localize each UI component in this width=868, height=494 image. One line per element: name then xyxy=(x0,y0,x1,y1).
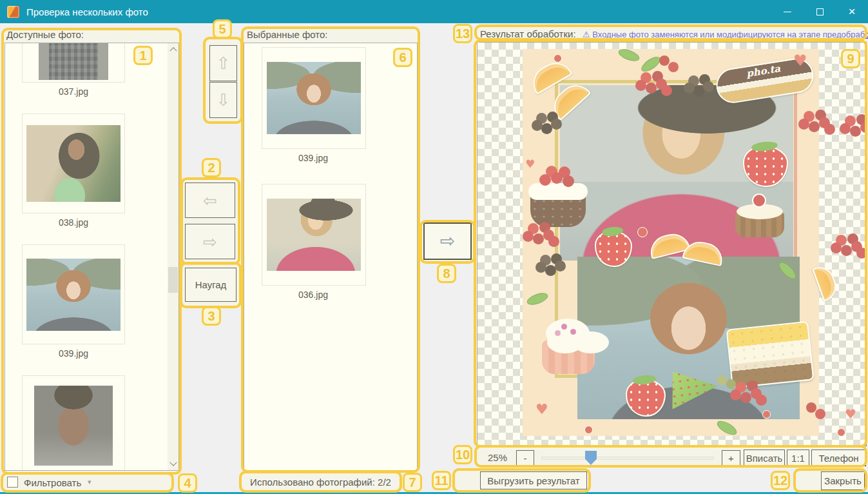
annotation-label-8: 8 xyxy=(437,264,456,283)
actual-size-button[interactable]: 1:1 xyxy=(787,450,809,466)
right-arrow-icon: ⇨ xyxy=(203,233,217,250)
photo-thumbnail xyxy=(34,386,113,466)
berry-cluster-doodle xyxy=(831,242,842,253)
used-photos-status: Использовано фотографий: 2/2 xyxy=(239,477,402,488)
orange-slice-doodle xyxy=(812,263,840,302)
move-up-button[interactable]: ⇧ xyxy=(209,45,237,81)
move-right-button[interactable]: ⇨ xyxy=(185,224,235,259)
close-button[interactable]: × xyxy=(836,0,868,23)
list-item[interactable] xyxy=(22,114,125,213)
chocolate-cluster-doodle xyxy=(532,120,543,131)
heart-doodle: ♥ xyxy=(845,408,856,420)
cherry-doodle xyxy=(637,227,648,237)
annotation-label-11: 11 xyxy=(432,471,451,490)
cherry-doodle xyxy=(806,402,816,413)
scrollbar[interactable] xyxy=(168,43,178,470)
available-photos-inner: 037.jpg 038.jpg 039.jpg xyxy=(22,43,128,471)
app-icon xyxy=(7,6,19,18)
blackberry-cluster-doodle xyxy=(684,83,695,94)
result-preview-canvas[interactable]: pho.ta ♥ ♥ ♥ xyxy=(477,42,867,446)
photo-caption: 039.jpg xyxy=(262,153,365,163)
photo-thumbnail xyxy=(39,43,108,80)
maximize-button[interactable] xyxy=(804,0,836,23)
scrollbar-thumb[interactable] xyxy=(168,267,178,293)
zoom-percent-label: 25% xyxy=(488,452,507,463)
filter-checkbox[interactable] xyxy=(7,477,18,488)
photo-caption: 037.jpg xyxy=(22,86,125,97)
berry-cluster-doodle xyxy=(798,119,809,130)
annotation-label-12: 12 xyxy=(771,471,790,490)
filter-label: Фильтровать xyxy=(24,477,81,488)
leaf-doodle xyxy=(617,47,641,64)
cheesecake-doodle xyxy=(726,321,815,389)
leaf-doodle xyxy=(715,419,739,438)
berry-cluster-doodle xyxy=(523,231,534,242)
move-down-button[interactable]: ⇩ xyxy=(209,82,237,118)
random-button[interactable]: Наугад xyxy=(185,268,236,302)
berry-cluster-doodle xyxy=(730,390,741,400)
cherry-tart-doodle xyxy=(735,212,784,237)
export-result-button[interactable]: Выгрузить результат xyxy=(480,471,587,489)
annotation-label-3: 3 xyxy=(202,306,221,326)
zoom-slider-track[interactable] xyxy=(541,457,714,460)
photo-caption: 039.jpg xyxy=(22,348,125,359)
result-image: pho.ta ♥ ♥ ♥ xyxy=(523,49,819,436)
preprocessing-warning-link[interactable]: ⚠ Входные фото заменяются или модифициру… xyxy=(583,30,868,39)
selected-photos-list[interactable]: 039.jpg 036.jpg xyxy=(244,43,418,471)
maximize-icon xyxy=(816,8,824,15)
berry-doodle xyxy=(584,426,593,434)
annotation-label-10: 10 xyxy=(453,445,472,464)
photo-thumbnail xyxy=(26,259,121,331)
photo-caption: 036.jpg xyxy=(262,290,365,300)
chocolate-cupcake-doodle xyxy=(530,190,586,227)
zoom-slider-thumb[interactable] xyxy=(585,451,597,465)
photo-thumbnail xyxy=(267,62,361,134)
berry-doodle xyxy=(837,428,845,437)
zoom-out-button[interactable]: - xyxy=(516,450,534,466)
down-arrow-icon: ⇩ xyxy=(217,92,231,108)
phone-preview-button[interactable]: Телефон xyxy=(811,450,866,466)
annotation-label-2: 2 xyxy=(202,158,221,177)
move-left-button[interactable]: ⇦ xyxy=(185,183,235,218)
photo-caption: 038.jpg xyxy=(22,217,125,228)
up-arrow-icon: ⇧ xyxy=(217,55,231,72)
berry-doodle xyxy=(554,54,562,63)
leaf-doodle xyxy=(639,54,662,75)
left-arrow-icon: ⇦ xyxy=(203,192,217,209)
selected-photos-inner: 039.jpg 036.jpg xyxy=(262,43,367,321)
fit-button[interactable]: Вписать xyxy=(744,450,785,466)
berry-doodle xyxy=(762,410,771,419)
photo-thumbnail xyxy=(267,199,361,271)
titlebar: Проверка нескольких фото × xyxy=(0,0,868,23)
annotation-label-4: 4 xyxy=(178,473,197,493)
chevron-down-icon xyxy=(169,459,177,466)
pink-cupcake-doodle xyxy=(542,341,595,374)
minimize-button[interactable] xyxy=(771,0,804,23)
available-photos-list[interactable]: 037.jpg 038.jpg 039.jpg xyxy=(5,43,179,471)
window: Проверка нескольких фото × Доступные фот… xyxy=(0,0,868,494)
scroll-down-icon[interactable] xyxy=(168,459,178,470)
olive-doodle xyxy=(717,375,727,385)
list-item[interactable] xyxy=(22,244,125,344)
zoom-in-button[interactable]: + xyxy=(722,450,740,466)
list-item[interactable] xyxy=(22,375,125,471)
annotation-label-7: 7 xyxy=(403,473,422,492)
minimize-icon xyxy=(784,12,791,12)
window-title: Проверка нескольких фото xyxy=(26,6,148,17)
list-item[interactable] xyxy=(22,43,125,83)
raspberry-cluster-doodle xyxy=(635,80,646,91)
filter-dropdown-icon[interactable]: ▾ xyxy=(88,478,92,486)
close-dialog-button[interactable]: Закрыть xyxy=(821,471,865,490)
window-controls: × xyxy=(771,0,868,23)
cherry-doodle xyxy=(659,55,670,66)
chevron-up-icon xyxy=(169,47,177,54)
close-icon: × xyxy=(848,5,855,19)
heart-doodle: ♥ xyxy=(793,53,807,68)
list-item[interactable] xyxy=(262,47,366,149)
apply-selection-button[interactable]: ⇨ xyxy=(423,222,472,260)
selected-photos-title: Выбранные фото: xyxy=(247,29,328,40)
available-photos-title: Доступные фото: xyxy=(6,29,84,40)
scroll-up-icon[interactable] xyxy=(168,43,178,55)
list-item[interactable] xyxy=(262,184,366,286)
heart-doodle: ♥ xyxy=(535,402,548,417)
